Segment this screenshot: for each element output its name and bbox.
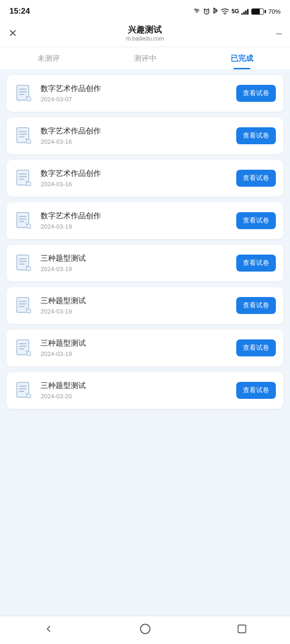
svg-point-45 bbox=[26, 394, 31, 398]
signal-bars-icon bbox=[241, 8, 249, 15]
nav-subtitle: m.bailiedu.com bbox=[126, 35, 164, 42]
view-paper-button[interactable]: 查看试卷 bbox=[236, 382, 276, 399]
tab-unreviewed[interactable]: 未测评 bbox=[0, 54, 97, 69]
svg-rect-28 bbox=[19, 261, 26, 262]
svg-rect-4 bbox=[245, 10, 247, 15]
list-item: 数字艺术作品创作 2024-03-16 查看试卷 bbox=[7, 160, 283, 197]
svg-rect-12 bbox=[19, 131, 26, 132]
card-date: 2024-03-07 bbox=[41, 96, 230, 103]
svg-rect-24 bbox=[19, 221, 25, 222]
card-date: 2024-03-20 bbox=[41, 393, 230, 400]
svg-rect-33 bbox=[19, 304, 26, 305]
list-item: 数字艺术作品创作 2024-03-16 查看试卷 bbox=[7, 117, 283, 154]
svg-rect-5 bbox=[247, 9, 249, 15]
doc-icon bbox=[14, 380, 34, 400]
card-title: 数字艺术作品创作 bbox=[41, 84, 230, 94]
card-info: 三种题型测试 2024-03-19 bbox=[41, 339, 230, 357]
svg-rect-8 bbox=[19, 91, 26, 92]
svg-point-40 bbox=[26, 352, 31, 356]
tab-reviewing[interactable]: 测评中 bbox=[97, 54, 193, 69]
card-title: 数字艺术作品创作 bbox=[41, 126, 230, 136]
svg-rect-14 bbox=[19, 136, 25, 137]
doc-icon bbox=[14, 253, 34, 273]
battery-icon bbox=[251, 8, 266, 15]
svg-rect-27 bbox=[19, 258, 26, 259]
card-info: 数字艺术作品创作 2024-03-16 bbox=[41, 169, 230, 188]
content-area: 数字艺术作品创作 2024-03-07 查看试卷 数字艺术作品创作 2024-0… bbox=[0, 75, 290, 452]
square-icon bbox=[237, 624, 247, 634]
view-paper-button[interactable]: 查看试卷 bbox=[236, 170, 276, 187]
svg-rect-34 bbox=[19, 306, 25, 307]
more-button[interactable]: ··· bbox=[266, 27, 282, 40]
view-paper-button[interactable]: 查看试卷 bbox=[236, 85, 276, 102]
view-paper-button[interactable]: 查看试卷 bbox=[236, 297, 276, 314]
svg-rect-32 bbox=[19, 301, 26, 302]
card-date: 2024-03-19 bbox=[41, 265, 230, 272]
svg-rect-2 bbox=[241, 13, 243, 15]
card-info: 数字艺术作品创作 2024-03-19 bbox=[41, 211, 230, 230]
wifi-icon bbox=[221, 8, 229, 15]
doc-icon bbox=[14, 211, 34, 231]
svg-rect-43 bbox=[19, 388, 26, 389]
list-item: 三种题型测试 2024-03-19 查看试卷 bbox=[7, 245, 283, 281]
nav-title: 兴趣测试 bbox=[126, 25, 164, 35]
card-title: 三种题型测试 bbox=[41, 254, 230, 264]
view-paper-button[interactable]: 查看试卷 bbox=[236, 212, 276, 229]
status-icons: 5G 70% bbox=[193, 8, 281, 15]
view-paper-button[interactable]: 查看试卷 bbox=[236, 339, 276, 356]
nfc-icon bbox=[193, 8, 200, 15]
card-title: 数字艺术作品创作 bbox=[41, 169, 230, 179]
svg-rect-37 bbox=[19, 343, 26, 344]
card-title: 数字艺术作品创作 bbox=[41, 211, 230, 221]
doc-icon bbox=[14, 338, 34, 358]
svg-rect-29 bbox=[19, 264, 25, 264]
back-icon bbox=[43, 624, 54, 634]
svg-point-1 bbox=[224, 14, 225, 15]
status-bar: 15:24 5G bbox=[0, 0, 290, 21]
back-button[interactable] bbox=[37, 620, 60, 637]
close-button[interactable]: ✕ bbox=[8, 27, 24, 40]
card-info: 三种题型测试 2024-03-19 bbox=[41, 296, 230, 315]
bluetooth-icon bbox=[213, 8, 218, 15]
nav-bar: ✕ 兴趣测试 m.bailiedu.com ··· bbox=[0, 21, 290, 47]
card-info: 三种题型测试 2024-03-19 bbox=[41, 254, 230, 272]
card-title: 三种题型测试 bbox=[41, 296, 230, 306]
status-time: 15:24 bbox=[9, 7, 30, 16]
card-date: 2024-03-16 bbox=[41, 181, 230, 188]
signal-5g: 5G bbox=[232, 8, 239, 15]
home-icon bbox=[140, 623, 151, 635]
tab-bar: 未测评 测评中 已完成 bbox=[0, 47, 290, 69]
svg-rect-47 bbox=[238, 625, 246, 633]
svg-rect-7 bbox=[19, 89, 26, 90]
doc-icon bbox=[14, 126, 34, 146]
svg-point-30 bbox=[26, 267, 31, 271]
list-item: 数字艺术作品创作 2024-03-07 查看试卷 bbox=[7, 75, 283, 112]
svg-point-25 bbox=[26, 224, 31, 229]
card-info: 三种题型测试 2024-03-20 bbox=[41, 381, 230, 400]
svg-rect-17 bbox=[19, 173, 26, 174]
svg-point-46 bbox=[141, 624, 150, 634]
nav-center: 兴趣测试 m.bailiedu.com bbox=[126, 25, 164, 42]
view-paper-button[interactable]: 查看试卷 bbox=[236, 127, 276, 144]
view-paper-button[interactable]: 查看试卷 bbox=[236, 255, 276, 272]
battery-percent: 70% bbox=[268, 8, 281, 15]
alarm-icon bbox=[203, 8, 210, 15]
tab-completed[interactable]: 已完成 bbox=[193, 54, 290, 69]
svg-rect-19 bbox=[19, 179, 25, 180]
doc-icon bbox=[14, 83, 34, 103]
svg-rect-18 bbox=[19, 176, 26, 177]
card-date: 2024-03-16 bbox=[41, 138, 230, 145]
card-info: 数字艺术作品创作 2024-03-07 bbox=[41, 84, 230, 103]
square-button[interactable] bbox=[230, 620, 254, 637]
doc-icon bbox=[14, 296, 34, 315]
doc-icon bbox=[14, 168, 34, 188]
list-item: 数字艺术作品创作 2024-03-19 查看试卷 bbox=[7, 202, 283, 239]
list-item: 三种题型测试 2024-03-19 查看试卷 bbox=[7, 330, 283, 366]
svg-rect-44 bbox=[19, 391, 25, 392]
svg-point-10 bbox=[26, 97, 31, 101]
svg-rect-13 bbox=[19, 134, 26, 135]
svg-rect-23 bbox=[19, 219, 26, 220]
home-button[interactable] bbox=[133, 620, 157, 637]
list-item: 三种题型测试 2024-03-19 查看试卷 bbox=[7, 287, 283, 324]
svg-point-20 bbox=[26, 182, 31, 186]
